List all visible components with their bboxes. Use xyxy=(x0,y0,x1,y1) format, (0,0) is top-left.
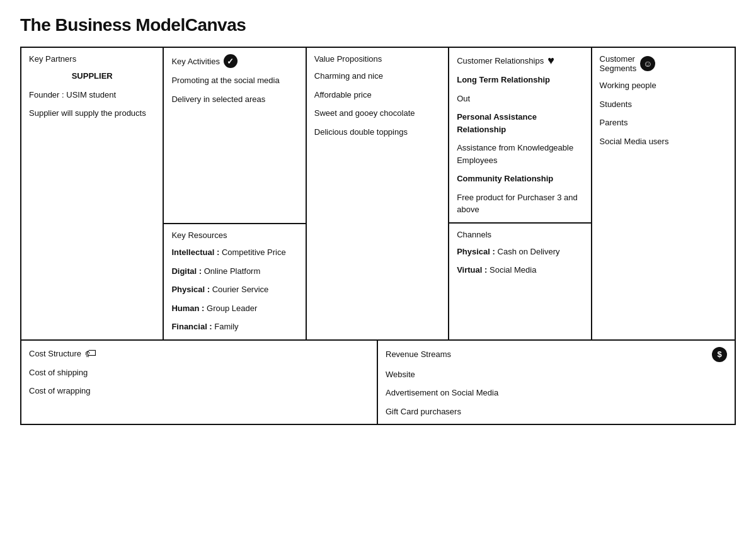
revenue-streams-title-row: Revenue Streams $ xyxy=(386,347,727,362)
channels-title: Channels xyxy=(457,230,583,239)
top-section: Key Partners SUPPLIER Founder : USIM stu… xyxy=(21,48,735,341)
key-partners-title: Key Partners xyxy=(29,54,155,64)
customer-segments-cell: Customer Segments ☺ Working people Stude… xyxy=(592,48,735,339)
channels-cell: Channels Physical : Cash on Delivery Vir… xyxy=(449,224,590,339)
key-activities-cell: Key Activities ✓ Promoting at the social… xyxy=(164,48,305,224)
channels-item-1: Virtual : Social Media xyxy=(457,264,583,276)
check-icon: ✓ xyxy=(224,54,238,68)
key-partners-item-2: Supplier will supply the products xyxy=(29,107,155,120)
business-model-canvas: Key Partners SUPPLIER Founder : USIM stu… xyxy=(20,47,736,425)
cr-item-5: Free product for Purchaser 3 and above xyxy=(457,191,583,216)
page-title: The Business ModelCanvas xyxy=(20,15,736,35)
value-propositions-cell: Value Propositions Charming and nice Aff… xyxy=(307,48,449,339)
cost-structure-title-row: Cost Structure 🏷 xyxy=(29,347,369,360)
cs-item-3: Social Media users xyxy=(600,135,727,148)
key-activities-item-1: Promoting at the social media xyxy=(171,74,297,87)
revenue-item-2: Gift Card purchasers xyxy=(386,406,727,418)
key-activities-item-2: Delivery in selected areas xyxy=(171,93,297,106)
channels-item-0: Physical : Cash on Delivery xyxy=(457,246,583,258)
vp-item-0: Charming and nice xyxy=(314,70,440,82)
cost-item-1: Cost of wrapping xyxy=(29,385,369,397)
customer-segments-title: Customer Segments ☺ xyxy=(600,54,727,73)
heart-icon: ♥ xyxy=(547,54,554,67)
key-activities-title: Key Activities ✓ xyxy=(171,54,297,68)
revenue-streams-title: Revenue Streams xyxy=(386,349,451,359)
customer-relationships-cell: Customer Relationships ♥ Long Term Relat… xyxy=(449,48,590,224)
vp-item-2: Sweet and gooey chocolate xyxy=(314,107,440,120)
customer-relationships-title: Customer Relationships ♥ xyxy=(457,54,583,67)
cost-structure-cell: Cost Structure 🏷 Cost of shipping Cost o… xyxy=(21,341,378,424)
vp-item-3: Delicious double toppings xyxy=(314,126,440,139)
cost-structure-title: Cost Structure xyxy=(29,349,81,358)
revenue-streams-cell: Revenue Streams $ Website Advertisement … xyxy=(378,341,735,424)
cr-channels-col: Customer Relationships ♥ Long Term Relat… xyxy=(449,48,592,339)
revenue-item-1: Advertisement on Social Media xyxy=(386,387,727,399)
key-resources-cell: Key Resources Intellectual : Competitive… xyxy=(164,224,305,339)
key-resources-item-1: Digital : Online Platform xyxy=(171,265,297,278)
money-icon: $ xyxy=(712,347,727,362)
key-resources-item-0: Intellectual : Competitive Price xyxy=(171,246,297,259)
cr-item-2: Personal Assistance Relationship xyxy=(457,111,583,135)
cost-item-0: Cost of shipping xyxy=(29,366,369,379)
cs-item-0: Working people xyxy=(600,79,727,92)
revenue-item-0: Website xyxy=(386,368,727,381)
vp-item-1: Affordable price xyxy=(314,89,440,101)
key-resources-item-2: Physical : Courier Service xyxy=(171,283,297,296)
cr-item-4: Community Relationship xyxy=(457,173,583,185)
cs-item-1: Students xyxy=(600,98,727,111)
key-activities-col: Key Activities ✓ Promoting at the social… xyxy=(164,48,306,339)
bottom-section: Cost Structure 🏷 Cost of shipping Cost o… xyxy=(21,341,735,424)
cr-item-1: Out xyxy=(457,93,583,105)
key-resources-title: Key Resources xyxy=(171,230,297,240)
key-partners-cell: Key Partners SUPPLIER Founder : USIM stu… xyxy=(21,48,164,339)
face-icon: ☺ xyxy=(640,56,655,71)
supplier-label: SUPPLIER xyxy=(72,71,113,81)
key-resources-item-4: Financial : Family xyxy=(171,321,297,333)
cr-item-3: Assistance from Knowledgeable Employees xyxy=(457,142,583,166)
tag-icon: 🏷 xyxy=(85,347,96,360)
cr-item-0: Long Term Relationship xyxy=(457,74,583,86)
value-propositions-title: Value Propositions xyxy=(314,54,440,64)
key-partners-item-1: Founder : USIM student xyxy=(29,89,155,101)
key-resources-item-3: Human : Group Leader xyxy=(171,302,297,315)
cs-item-2: Parents xyxy=(600,116,727,129)
